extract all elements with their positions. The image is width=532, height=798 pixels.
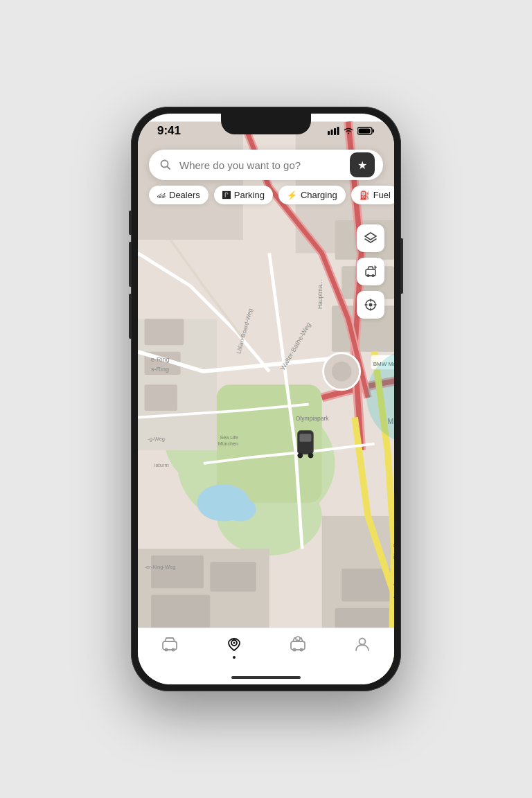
volume-up-button[interactable] xyxy=(129,242,132,287)
svg-rect-20 xyxy=(151,595,210,631)
svg-rect-15 xyxy=(144,319,184,345)
map-controls xyxy=(357,224,384,319)
car-view-button[interactable] xyxy=(357,258,384,285)
search-bar[interactable]: ★ xyxy=(149,150,383,180)
location-button[interactable] xyxy=(357,291,384,319)
map-nav-icon xyxy=(225,635,243,653)
svg-point-52 xyxy=(308,453,314,459)
wifi-icon xyxy=(343,127,354,135)
svg-text:-er-King-Weg: -er-King-Weg xyxy=(144,564,175,570)
svg-rect-59 xyxy=(373,130,374,133)
status-time: 9:41 xyxy=(157,120,181,138)
svg-text:+: + xyxy=(296,637,299,641)
chip-charging[interactable]: ⚡ Charging xyxy=(278,186,346,204)
nav-car[interactable] xyxy=(138,635,202,653)
nav-profile[interactable] xyxy=(330,635,395,653)
notch xyxy=(221,114,311,134)
phone-frame: BMW Museum Walter-Bathe-Weg Lillian-Boar… xyxy=(131,107,401,691)
svg-point-64 xyxy=(367,274,370,277)
svg-text:Olympiapark: Olympiapark xyxy=(296,415,330,422)
chip-fuel[interactable]: ⛽ Fuel xyxy=(351,186,394,204)
home-indicator[interactable] xyxy=(231,676,301,679)
svg-text:Lerchenauer Straße: Lerchenauer Straße xyxy=(391,540,394,598)
signal-icon xyxy=(328,127,339,135)
nav-services[interactable]: + xyxy=(266,635,330,653)
svg-rect-54 xyxy=(328,131,330,135)
svg-rect-72 xyxy=(163,641,177,650)
svg-point-51 xyxy=(298,453,303,459)
volume-down-button[interactable] xyxy=(129,294,132,339)
svg-rect-60 xyxy=(359,129,371,134)
svg-text:Hauptma...: Hauptma... xyxy=(317,280,323,309)
svg-point-65 xyxy=(372,274,375,277)
svg-rect-50 xyxy=(299,434,311,441)
svg-point-73 xyxy=(165,648,168,652)
svg-point-24 xyxy=(332,362,351,381)
power-button[interactable] xyxy=(400,238,403,294)
phone-screen: BMW Museum Walter-Bathe-Weg Lillian-Boar… xyxy=(138,114,394,684)
car-nav-icon xyxy=(161,635,179,653)
svg-point-67 xyxy=(369,303,373,307)
svg-rect-55 xyxy=(331,130,333,135)
svg-text:Sea Life: Sea Life xyxy=(220,435,238,441)
battery-icon xyxy=(357,127,375,135)
layers-button[interactable] xyxy=(357,224,384,252)
svg-point-82 xyxy=(359,639,365,645)
chip-parking[interactable]: 🅿 Parking xyxy=(214,186,273,204)
nav-active-dot xyxy=(233,656,236,659)
search-icon xyxy=(157,157,174,173)
svg-rect-17 xyxy=(144,384,177,411)
svg-point-6 xyxy=(223,497,256,521)
svg-point-79 xyxy=(300,648,303,652)
filter-chips: 🏎 Dealers 🅿 Parking ⚡ Charging ⛽ Fuel xyxy=(138,186,394,204)
volume-silent-button[interactable] xyxy=(129,211,132,235)
chip-dealers[interactable]: 🏎 Dealers xyxy=(149,186,209,204)
profile-nav-icon xyxy=(353,635,371,653)
charging-icon: ⚡ xyxy=(287,190,297,200)
dealers-icon: 🏎 xyxy=(157,190,166,200)
svg-text:e-Ring: e-Ring xyxy=(151,356,170,363)
favorites-button[interactable]: ★ xyxy=(350,152,375,177)
svg-line-62 xyxy=(168,167,170,170)
svg-rect-77 xyxy=(291,641,305,650)
svg-text:iaturm: iaturm xyxy=(154,462,169,468)
svg-rect-19 xyxy=(210,562,256,592)
fuel-icon: ⛽ xyxy=(360,190,370,200)
services-nav-icon: + xyxy=(289,635,307,653)
svg-point-76 xyxy=(233,642,235,644)
svg-text:-g-Weg: -g-Weg xyxy=(148,436,165,442)
status-icons xyxy=(328,123,375,135)
svg-point-74 xyxy=(172,648,175,652)
svg-rect-56 xyxy=(334,128,336,135)
svg-rect-57 xyxy=(337,127,339,135)
search-input[interactable] xyxy=(174,159,350,171)
svg-text:s-Ring: s-Ring xyxy=(151,366,169,373)
svg-rect-18 xyxy=(151,556,204,588)
svg-point-78 xyxy=(293,648,296,652)
nav-map[interactable] xyxy=(202,635,267,659)
parking-icon: 🅿 xyxy=(222,190,231,200)
svg-text:München: München xyxy=(218,441,238,447)
